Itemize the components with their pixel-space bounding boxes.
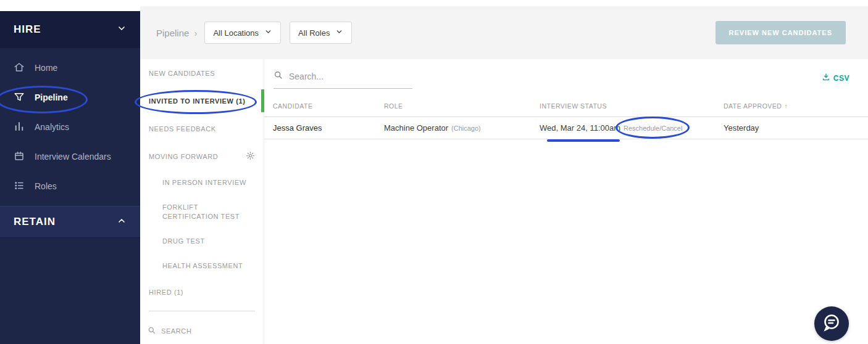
sidebar-nav: Home Pipeline Analytics Interview Calend… <box>0 53 140 201</box>
stage-panel-divider <box>149 311 255 311</box>
candidate-search <box>273 70 412 89</box>
sidebar-item-label: Home <box>35 63 57 73</box>
stage-label: MOVING FORWARD <box>149 153 218 160</box>
chevron-down-icon <box>117 23 127 36</box>
candidate-table-area: CSV CANDIDATE ROLE INTERVIEW STATUS DATE… <box>264 59 868 344</box>
stage-label: FORKLIFT CERTIFICATION TEST <box>162 203 255 221</box>
stage-search-label: SEARCH <box>161 327 191 335</box>
sidebar-item-label: Analytics <box>35 122 69 132</box>
chat-bubble-icon <box>820 311 843 336</box>
home-icon <box>14 62 25 75</box>
stage-forklift-certification-test[interactable]: FORKLIFT CERTIFICATION TEST <box>140 195 264 229</box>
stage-invited-to-interview[interactable]: INVITED TO INTERVIEW (1) <box>140 87 264 115</box>
sidebar: HIRE Home Pipeline Analytics <box>0 11 140 344</box>
stage-hired[interactable]: HIRED (1) <box>140 278 264 306</box>
stage-label: INVITED TO INTERVIEW (1) <box>149 97 245 105</box>
roles-filter-label: All Roles <box>298 28 330 38</box>
stage-new-candidates[interactable]: NEW CANDIDATES <box>140 59 264 87</box>
table-row[interactable]: Jessa Graves Machine Operator(Chicago) W… <box>264 117 868 139</box>
role-location: (Chicago) <box>451 125 481 132</box>
sidebar-item-pipeline[interactable]: Pipeline <box>0 83 140 112</box>
list-icon <box>14 180 25 193</box>
role-title: Machine Operator <box>384 123 448 133</box>
candidate-name[interactable]: Jessa Graves <box>273 123 384 133</box>
locations-filter-label: All Locations <box>213 28 259 38</box>
pipeline-stage-panel: NEW CANDIDATES INVITED TO INTERVIEW (1) … <box>140 59 264 344</box>
csv-label: CSV <box>833 74 849 83</box>
stage-label: NEEDS FEEDBACK <box>149 125 216 133</box>
locations-filter-dropdown[interactable]: All Locations <box>204 22 281 44</box>
gear-icon[interactable] <box>246 151 255 162</box>
download-icon <box>822 73 830 83</box>
sidebar-item-home[interactable]: Home <box>0 53 140 83</box>
stage-label: DRUG TEST <box>162 237 205 245</box>
sidebar-section-hire[interactable]: HIRE <box>0 11 140 48</box>
stage-label: HIRED (1) <box>149 289 183 296</box>
column-header-interview-status[interactable]: INTERVIEW STATUS <box>540 102 724 110</box>
chevron-down-icon <box>264 28 272 38</box>
topbar: Pipeline › All Locations All Roles REVIE… <box>140 6 868 59</box>
calendar-icon <box>14 150 25 163</box>
interview-status-cell: Wed, Mar 24, 11:00amReschedule/Cancel <box>540 123 724 133</box>
stage-needs-feedback[interactable]: NEEDS FEEDBACK <box>140 115 264 142</box>
stage-moving-forward[interactable]: MOVING FORWARD <box>140 142 264 170</box>
stage-search-button[interactable]: SEARCH <box>140 317 264 344</box>
stage-label: NEW CANDIDATES <box>149 70 215 77</box>
column-header-role[interactable]: ROLE <box>384 102 540 110</box>
column-header-date-approved[interactable]: DATE APPROVED↑ <box>724 102 859 110</box>
column-header-label: DATE APPROVED <box>724 102 782 110</box>
chevron-up-icon <box>117 216 127 229</box>
reschedule-cancel-link[interactable]: Reschedule/Cancel <box>624 125 682 132</box>
chat-widget-button[interactable] <box>814 306 849 341</box>
stage-health-assessment[interactable]: HEALTH ASSESSMENT <box>140 253 264 278</box>
search-input[interactable] <box>289 72 400 81</box>
sidebar-section-retain[interactable]: RETAIN <box>0 206 140 238</box>
candidate-role-cell: Machine Operator(Chicago) <box>384 123 540 133</box>
sidebar-item-label: Interview Calendars <box>35 152 111 162</box>
roles-filter-dropdown[interactable]: All Roles <box>290 22 352 44</box>
search-icon <box>273 70 283 83</box>
chevron-down-icon <box>335 28 343 38</box>
sidebar-item-roles[interactable]: Roles <box>0 171 140 201</box>
review-new-candidates-button[interactable]: REVIEW NEW CANDIDATES <box>716 21 846 44</box>
sidebar-item-label: Roles <box>35 181 57 191</box>
interview-time: Wed, Mar 24, 11:00am <box>540 123 620 133</box>
funnel-icon <box>14 91 25 104</box>
bar-chart-icon <box>14 121 25 134</box>
breadcrumb[interactable]: Pipeline <box>156 28 189 38</box>
stage-in-person-interview[interactable]: IN PERSON INTERVIEW <box>140 170 264 195</box>
csv-export-button[interactable]: CSV <box>822 73 849 83</box>
sort-ascending-icon: ↑ <box>784 102 788 110</box>
sidebar-item-interview-calendars[interactable]: Interview Calendars <box>0 142 140 171</box>
breadcrumb-chevron-icon: › <box>194 28 197 38</box>
stage-label: HEALTH ASSESSMENT <box>162 262 243 269</box>
search-icon <box>148 326 156 336</box>
stage-label: IN PERSON INTERVIEW <box>162 179 246 186</box>
stage-drug-test[interactable]: DRUG TEST <box>140 229 264 253</box>
table-header-row: CANDIDATE ROLE INTERVIEW STATUS DATE APP… <box>264 95 868 117</box>
retain-section-label: RETAIN <box>14 216 56 228</box>
sidebar-item-analytics[interactable]: Analytics <box>0 112 140 142</box>
date-approved-cell: Yesterday <box>724 123 859 133</box>
hire-section-label: HIRE <box>14 23 41 36</box>
sidebar-item-label: Pipeline <box>35 92 68 102</box>
column-header-candidate[interactable]: CANDIDATE <box>273 102 384 110</box>
